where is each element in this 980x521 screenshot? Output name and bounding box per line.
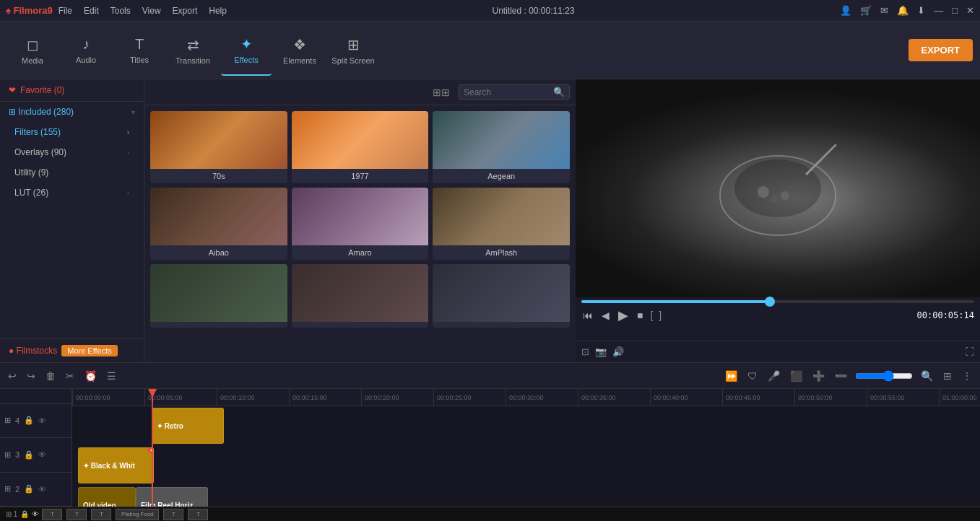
undo-button[interactable]: ↩ <box>6 368 19 384</box>
export-button[interactable]: EXPORT <box>909 39 973 61</box>
settings-button[interactable]: ☰ <box>105 368 118 384</box>
toolbar-media[interactable]: ◻ Media <box>7 25 58 76</box>
toolbar-audio[interactable]: ♪ Audio <box>61 25 111 76</box>
timeline-tracks: 00:00:00:00 00:00:05:00 00:00:10:00 00:0… <box>72 389 980 507</box>
effect-card-9[interactable] <box>433 264 570 328</box>
fullscreen-icon[interactable]: ⛶ <box>965 346 974 357</box>
add-track-icon[interactable]: ➕ <box>810 368 827 384</box>
search-icon: 🔍 <box>553 87 565 97</box>
toolbar-effects[interactable]: ✦ Effects <box>221 25 272 76</box>
cart-icon[interactable]: 🛒 <box>860 5 872 16</box>
effect-name-70s: 70s <box>150 169 287 183</box>
menu-file[interactable]: File <box>58 6 72 16</box>
audio-icon: ♪ <box>82 36 90 53</box>
menu-help[interactable]: Help <box>209 6 227 16</box>
preview-video <box>576 79 980 297</box>
time-button[interactable]: ⏰ <box>82 368 99 384</box>
timeline: ↩ ↪ 🗑 ✂ ⏰ ☰ ⏩ 🛡 🎤 ⬛ ➕ ➖ 🔍 ⊞ ⋮ ⊞ 4 🔒 👁 ⊞ <box>0 362 980 521</box>
toolbar-transition[interactable]: ⇄ Transition <box>168 25 218 76</box>
step-back-button[interactable]: ◀ <box>600 308 611 323</box>
toolbar-elements[interactable]: ❖ Elements <box>274 25 325 76</box>
clip-bw[interactable]: ✦ Black & Whit ✕ <box>78 447 154 483</box>
toolbar-split-screen[interactable]: ⊞ Split Screen <box>328 25 378 76</box>
play-button[interactable]: ▶ <box>617 306 630 325</box>
minus-icon[interactable]: ➖ <box>833 368 849 384</box>
download-icon[interactable]: ⬇ <box>917 5 925 16</box>
zoom-in-icon[interactable]: 🔍 <box>919 368 935 384</box>
track3-num: 3 <box>15 450 19 459</box>
track2-eye-icon[interactable]: 👁 <box>38 485 46 494</box>
chevron-right-icon: › <box>127 128 129 136</box>
menu-export[interactable]: Export <box>173 6 198 16</box>
zoom-slider[interactable] <box>855 370 913 382</box>
cut-button[interactable]: ✂ <box>64 368 77 384</box>
track4-eye-icon[interactable]: 👁 <box>38 416 46 425</box>
effect-thumb-amaro <box>292 188 429 245</box>
shield-icon[interactable]: 🛡 <box>745 368 760 384</box>
subcategory-lut-label: LUT (26) <box>14 188 48 198</box>
menu-view[interactable]: View <box>142 6 161 16</box>
more-icon[interactable]: ⋮ <box>960 368 974 384</box>
minimize-button[interactable]: — <box>934 5 943 16</box>
subcategory-overlays[interactable]: Overlays (90) › <box>0 142 144 162</box>
category-included[interactable]: ⊞ Included (280) ▾ <box>0 102 144 122</box>
effect-card-7[interactable] <box>150 264 287 328</box>
track1-eye[interactable]: 👁 <box>32 510 39 518</box>
bell-icon[interactable]: 🔔 <box>897 5 909 16</box>
skip-back-button[interactable]: ⏮ <box>581 308 594 323</box>
preview-resize-icon[interactable]: ⊡ <box>581 346 589 357</box>
filmstocks-label: ● Filmstocks <box>9 346 57 356</box>
user-icon[interactable]: 👤 <box>840 5 851 16</box>
progress-thumb[interactable] <box>765 297 775 307</box>
effect-card-8[interactable] <box>292 264 429 328</box>
toolbar-effects-label: Effects <box>234 56 258 64</box>
speed-icon[interactable]: ⏩ <box>723 368 740 384</box>
app-logo: ♠ Filmora9 <box>6 5 53 16</box>
delete-button[interactable]: 🗑 <box>43 368 58 384</box>
track3-eye-icon[interactable]: 👁 <box>38 450 46 459</box>
effect-card-aegean[interactable]: Aegean <box>433 111 570 183</box>
track3-lock-icon[interactable]: 🔒 <box>24 450 34 460</box>
screenshot-icon[interactable]: 📷 <box>595 346 607 357</box>
preview-image-svg <box>706 131 850 246</box>
effect-card-amaro[interactable]: Amaro <box>292 188 429 260</box>
track4-lock-icon[interactable]: 🔒 <box>24 416 34 425</box>
menu-tools[interactable]: Tools <box>110 6 131 16</box>
subcategory-lut[interactable]: LUT (26) › <box>0 183 144 203</box>
clip-bw-delete-button[interactable]: ✕ <box>147 447 154 454</box>
tl-settings-icon[interactable]: ⬛ <box>788 368 805 384</box>
subcategory-filters[interactable]: Filters (155) › <box>0 122 144 142</box>
clip-retro[interactable]: ✦ Retro <box>152 408 224 444</box>
layout-icon[interactable]: ⊞ <box>941 368 954 384</box>
effect-name-amaro: Amaro <box>292 245 429 260</box>
maximize-button[interactable]: □ <box>952 5 958 16</box>
mic-icon[interactable]: 🎤 <box>766 368 782 384</box>
close-button[interactable]: ✕ <box>966 5 974 16</box>
titlebar: ♠ Filmora9 File Edit Tools View Export H… <box>0 0 980 22</box>
volume-icon[interactable]: 🔊 <box>612 346 624 357</box>
track1-lock[interactable]: 🔒 <box>20 510 29 518</box>
search-input[interactable] <box>464 87 550 97</box>
bottom-clip-t4: T <box>163 509 183 520</box>
mail-icon[interactable]: ✉ <box>880 5 888 16</box>
subcategory-utility[interactable]: Utility (9) <box>0 162 144 183</box>
effect-card-aibao[interactable]: Aibao <box>150 188 287 260</box>
stop-button[interactable]: ■ <box>636 308 644 323</box>
effect-thumb-aegean <box>433 111 570 169</box>
more-effects-button[interactable]: More Effects <box>61 345 118 356</box>
effect-card-amplash[interactable]: AmPlash <box>433 188 570 260</box>
clip-film-reel[interactable]: Film Reel Horiz... <box>136 487 208 507</box>
progress-track[interactable] <box>581 300 974 303</box>
clip-old-video[interactable]: Old video <box>78 487 136 507</box>
grid-view-icon[interactable]: ⊞⊞ <box>433 87 450 98</box>
menu-edit[interactable]: Edit <box>84 6 99 16</box>
effect-card-1977[interactable]: 1977 <box>292 111 429 183</box>
toolbar-titles[interactable]: T Titles <box>114 25 165 76</box>
effect-card-70s[interactable]: 70s <box>150 111 287 183</box>
redo-button[interactable]: ↪ <box>25 368 38 384</box>
effect-thumb-7 <box>150 264 287 322</box>
track2-lock-icon[interactable]: 🔒 <box>24 484 34 494</box>
category-included-label: ⊞ Included (280) <box>9 107 74 117</box>
effect-thumb-1977 <box>292 111 429 169</box>
favorite-bar[interactable]: ❤ Favorite (0) <box>0 79 144 102</box>
